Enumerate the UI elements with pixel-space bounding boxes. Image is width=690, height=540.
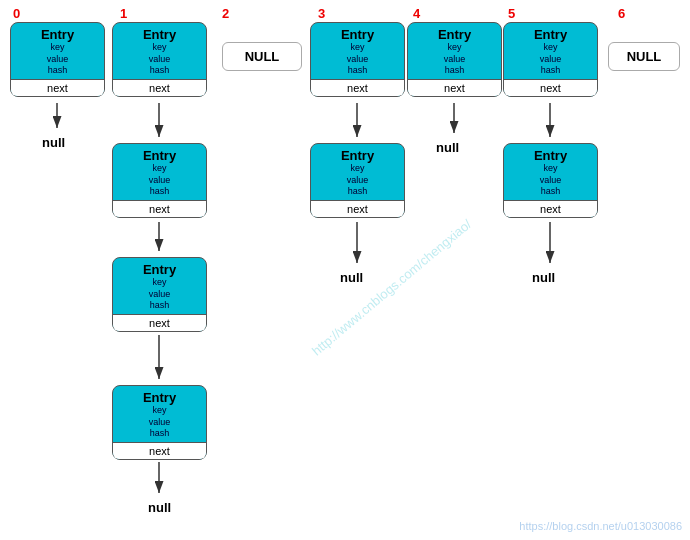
index-0: 0: [13, 6, 20, 21]
index-1: 1: [120, 6, 127, 21]
entry-5-0-next: next: [504, 79, 597, 96]
entry-1-1-fields: keyvaluehash: [143, 163, 176, 198]
entry-0-0-next: next: [11, 79, 104, 96]
entry-1-0-next: next: [113, 79, 206, 96]
entry-1-3-title: Entry: [143, 390, 176, 405]
entry-3-1-fields: keyvaluehash: [341, 163, 374, 198]
entry-1-0: Entry keyvaluehash next: [112, 22, 207, 97]
null-below-0: null: [42, 135, 65, 150]
entry-3-1-title: Entry: [341, 148, 374, 163]
entry-4-0-title: Entry: [438, 27, 471, 42]
entry-3-0-fields: keyvaluehash: [341, 42, 374, 77]
watermark2: https://blog.csdn.net/u013030086: [519, 520, 682, 532]
entry-1-2-next: next: [113, 314, 206, 331]
entry-0-0-fields: keyvaluehash: [41, 42, 74, 77]
entry-3-0: Entry keyvaluehash next: [310, 22, 405, 97]
diagram: 0 1 2 3 4 5 6 Entry keyvaluehash next En…: [0, 0, 690, 540]
entry-5-1-fields: keyvaluehash: [534, 163, 567, 198]
index-3: 3: [318, 6, 325, 21]
entry-1-1: Entry keyvaluehash next: [112, 143, 207, 218]
null-6: NULL: [608, 42, 680, 71]
entry-1-2-title: Entry: [143, 262, 176, 277]
entry-4-0-next: next: [408, 79, 501, 96]
entry-5-1-title: Entry: [534, 148, 567, 163]
entry-5-0-fields: keyvaluehash: [534, 42, 567, 77]
index-6: 6: [618, 6, 625, 21]
entry-3-1-next: next: [311, 200, 404, 217]
null-2: NULL: [222, 42, 302, 71]
watermark: http://www.cnblogs.com/chengxiao/: [309, 216, 474, 358]
entry-1-3: Entry keyvaluehash next: [112, 385, 207, 460]
entry-1-1-title: Entry: [143, 148, 176, 163]
entry-1-0-title: Entry: [143, 27, 176, 42]
entry-3-1: Entry keyvaluehash next: [310, 143, 405, 218]
entry-4-0: Entry keyvaluehash next: [407, 22, 502, 97]
entry-0-0: Entry keyvaluehash next: [10, 22, 105, 97]
null-below-5-1: null: [532, 270, 555, 285]
null-below-1-3: null: [148, 500, 171, 515]
entry-5-0: Entry keyvaluehash next: [503, 22, 598, 97]
entry-1-0-fields: keyvaluehash: [143, 42, 176, 77]
entry-1-3-fields: keyvaluehash: [143, 405, 176, 440]
null-below-3-1: null: [340, 270, 363, 285]
entry-1-2: Entry keyvaluehash next: [112, 257, 207, 332]
entry-5-0-title: Entry: [534, 27, 567, 42]
entry-0-0-title: Entry: [41, 27, 74, 42]
entry-1-1-next: next: [113, 200, 206, 217]
index-4: 4: [413, 6, 420, 21]
index-5: 5: [508, 6, 515, 21]
entry-3-0-title: Entry: [341, 27, 374, 42]
index-2: 2: [222, 6, 229, 21]
entry-4-0-fields: keyvaluehash: [438, 42, 471, 77]
entry-5-1-next: next: [504, 200, 597, 217]
entry-5-1: Entry keyvaluehash next: [503, 143, 598, 218]
entry-1-3-next: next: [113, 442, 206, 459]
null-below-4: null: [436, 140, 459, 155]
entry-1-2-fields: keyvaluehash: [143, 277, 176, 312]
entry-3-0-next: next: [311, 79, 404, 96]
